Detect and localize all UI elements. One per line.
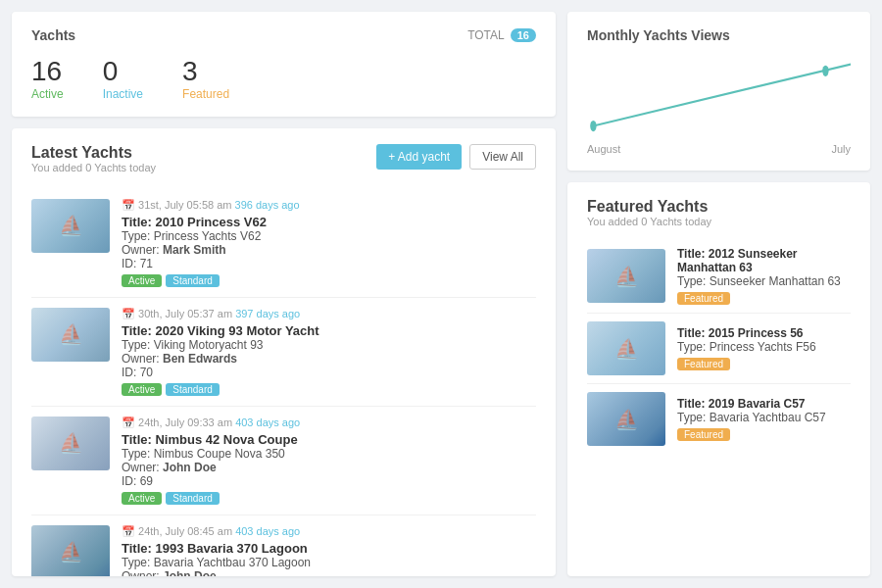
yacht-type: Type: Bavaria Yachtbau 370 Lagoon xyxy=(122,556,536,569)
chart-area xyxy=(587,51,851,139)
list-item: Title: 2012 Sunseeker Manhattan 63 Type:… xyxy=(587,239,851,314)
stats-title: Yachts xyxy=(31,27,75,43)
featured-badges: Featured xyxy=(677,358,851,370)
chart-label-august: August xyxy=(587,143,620,155)
featured-badges: Featured xyxy=(677,428,851,441)
featured-thumbnail xyxy=(587,321,665,375)
calendar-icon: 📅 xyxy=(122,308,138,319)
status-badge: Active xyxy=(122,383,162,396)
yacht-id: ID: 69 xyxy=(122,474,536,488)
days-ago: 396 days ago xyxy=(235,199,300,211)
featured-title: Title: 2019 Bavaria C57 xyxy=(677,397,851,411)
featured-thumbnail xyxy=(587,249,665,303)
featured-type: Type: Bavaria Yachtbau C57 xyxy=(677,411,851,424)
yacht-type: Type: Nimbus Coupe Nova 350 xyxy=(122,447,536,461)
yacht-thumbnail xyxy=(31,416,110,470)
plan-badge: Standard xyxy=(166,383,220,396)
yacht-thumbnail xyxy=(31,199,110,253)
yacht-date: 📅 24th, July 09:33 am 403 days ago xyxy=(122,416,536,429)
latest-yachts-card: Latest Yachts You added 0 Yachts today +… xyxy=(12,128,556,576)
featured-title: Title: 2012 Sunseeker Manhattan 63 xyxy=(677,247,851,274)
table-row: 📅 24th, July 09:33 am 403 days ago Title… xyxy=(31,407,536,515)
chart-card: Monthly Yachts Views August July xyxy=(567,12,870,171)
yacht-owner: Owner: John Doe xyxy=(122,461,536,474)
featured-details: Title: 2015 Princess 56 Type: Princess Y… xyxy=(677,326,851,370)
status-badge: Active xyxy=(122,274,162,287)
stats-card: Yachts TOTAL 16 16 Active 0 Inactive 3 F… xyxy=(12,12,556,117)
chart-title: Monthly Yachts Views xyxy=(587,27,851,43)
featured-yachts-subtitle: You added 0 Yachts today xyxy=(587,216,851,227)
chart-line xyxy=(593,65,851,126)
view-all-button[interactable]: View All xyxy=(469,144,536,170)
days-ago: 403 days ago xyxy=(235,416,300,428)
featured-count: 3 xyxy=(182,57,229,87)
inactive-label: Inactive xyxy=(103,87,143,101)
latest-yachts-subtitle: You added 0 Yachts today xyxy=(31,162,156,173)
yacht-details: 📅 24th, July 08:45 am 403 days ago Title… xyxy=(122,525,536,576)
featured-details: Title: 2012 Sunseeker Manhattan 63 Type:… xyxy=(677,247,851,305)
yacht-details: 📅 24th, July 09:33 am 403 days ago Title… xyxy=(122,416,536,505)
featured-title: Title: 2015 Princess 56 xyxy=(677,326,851,340)
featured-thumbnail xyxy=(587,392,665,446)
featured-yachts-title: Featured Yachts xyxy=(587,198,851,216)
status-badge: Active xyxy=(122,492,162,505)
yacht-id: ID: 70 xyxy=(122,366,536,379)
featured-stat: 3 Featured xyxy=(182,57,229,101)
table-row: 📅 31st, July 05:58 am 396 days ago Title… xyxy=(31,189,536,298)
yacht-badges: Active Standard xyxy=(122,383,536,396)
featured-badge: Featured xyxy=(677,292,730,305)
table-row: 📅 30th, July 05:37 am 397 days ago Title… xyxy=(31,298,536,407)
inactive-count: 0 xyxy=(103,57,143,87)
yacht-thumbnail xyxy=(31,308,110,362)
stats-numbers: 16 Active 0 Inactive 3 Featured xyxy=(31,57,536,101)
featured-type: Type: Princess Yachts F56 xyxy=(677,340,851,354)
calendar-icon: 📅 xyxy=(122,416,138,428)
stats-total: TOTAL 16 xyxy=(467,28,536,42)
plan-badge: Standard xyxy=(166,274,220,287)
yacht-title: Title: Nimbus 42 Nova Coupe xyxy=(122,432,536,447)
yacht-title: Title: 1993 Bavaria 370 Lagoon xyxy=(122,541,536,556)
yacht-title: Title: 2010 Princess V62 xyxy=(122,215,536,229)
yacht-id: ID: 71 xyxy=(122,257,536,270)
yacht-details: 📅 31st, July 05:58 am 396 days ago Title… xyxy=(122,199,536,287)
featured-badge: Featured xyxy=(677,428,730,441)
featured-badges: Featured xyxy=(677,292,851,305)
yacht-details: 📅 30th, July 05:37 am 397 days ago Title… xyxy=(122,308,536,396)
total-badge: 16 xyxy=(511,28,536,42)
add-yacht-button[interactable]: + Add yacht xyxy=(376,144,462,170)
active-stat: 16 Active xyxy=(31,57,64,101)
table-row: 📅 24th, July 08:45 am 403 days ago Title… xyxy=(31,515,536,576)
yacht-thumbnail xyxy=(31,525,110,576)
featured-type: Type: Sunseeker Manhattan 63 xyxy=(677,274,851,288)
yacht-title: Title: 2020 Viking 93 Motor Yacht xyxy=(122,323,536,338)
latest-yachts-title: Latest Yachts xyxy=(31,144,156,162)
plan-badge: Standard xyxy=(166,492,220,505)
chart-point-start xyxy=(590,121,596,131)
list-item: Title: 2015 Princess 56 Type: Princess Y… xyxy=(587,314,851,384)
yacht-badges: Active Standard xyxy=(122,274,536,287)
days-ago: 397 days ago xyxy=(235,308,300,319)
yacht-owner: Owner: Ben Edwards xyxy=(122,352,536,366)
total-label: TOTAL xyxy=(467,28,505,42)
inactive-stat: 0 Inactive xyxy=(103,57,143,101)
list-item: Title: 2019 Bavaria C57 Type: Bavaria Ya… xyxy=(587,384,851,454)
yacht-owner: Owner: John Doe xyxy=(122,569,536,576)
active-count: 16 xyxy=(31,57,64,87)
days-ago: 403 days ago xyxy=(235,525,300,537)
featured-label: Featured xyxy=(182,87,229,101)
yacht-date: 📅 31st, July 05:58 am 396 days ago xyxy=(122,199,536,212)
chart-svg xyxy=(587,51,851,139)
yacht-date: 📅 30th, July 05:37 am 397 days ago xyxy=(122,308,536,320)
calendar-icon: 📅 xyxy=(122,199,138,211)
yacht-owner: Owner: Mark Smith xyxy=(122,243,536,257)
featured-badge: Featured xyxy=(677,358,730,370)
featured-details: Title: 2019 Bavaria C57 Type: Bavaria Ya… xyxy=(677,397,851,441)
chart-labels: August July xyxy=(587,143,851,155)
chart-point-end xyxy=(822,66,828,76)
calendar-icon: 📅 xyxy=(122,525,138,537)
yacht-type: Type: Princess Yachts V62 xyxy=(122,229,536,243)
yacht-date: 📅 24th, July 08:45 am 403 days ago xyxy=(122,525,536,538)
yacht-list: 📅 31st, July 05:58 am 396 days ago Title… xyxy=(31,189,536,576)
yacht-badges: Active Standard xyxy=(122,492,536,505)
featured-list: Title: 2012 Sunseeker Manhattan 63 Type:… xyxy=(587,239,851,454)
